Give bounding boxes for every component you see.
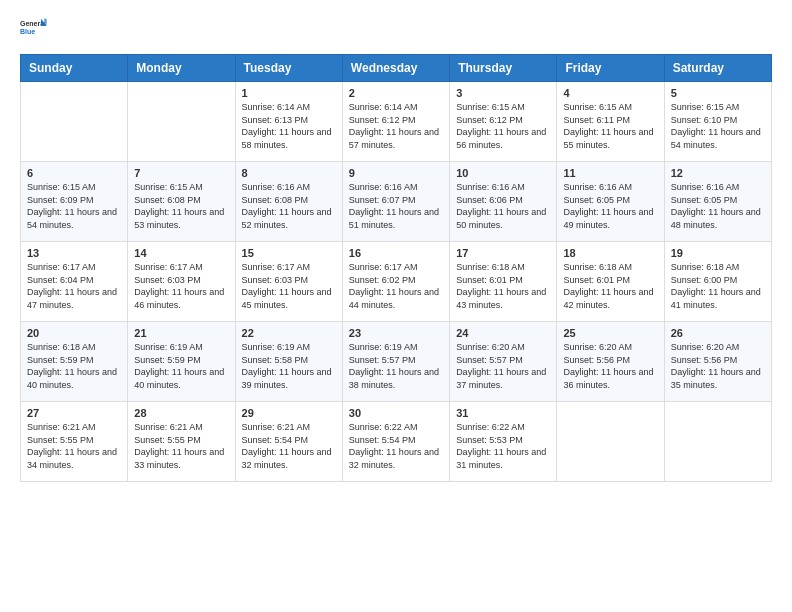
weekday-header: Tuesday [235, 55, 342, 82]
day-number: 9 [349, 167, 443, 179]
day-info: Sunrise: 6:19 AM Sunset: 5:59 PM Dayligh… [134, 341, 228, 391]
day-info: Sunrise: 6:22 AM Sunset: 5:54 PM Dayligh… [349, 421, 443, 471]
weekday-header: Saturday [664, 55, 771, 82]
calendar-day-cell: 31Sunrise: 6:22 AM Sunset: 5:53 PM Dayli… [450, 402, 557, 482]
day-number: 21 [134, 327, 228, 339]
calendar-day-cell: 20Sunrise: 6:18 AM Sunset: 5:59 PM Dayli… [21, 322, 128, 402]
calendar-day-cell: 14Sunrise: 6:17 AM Sunset: 6:03 PM Dayli… [128, 242, 235, 322]
calendar-week-row: 13Sunrise: 6:17 AM Sunset: 6:04 PM Dayli… [21, 242, 772, 322]
day-info: Sunrise: 6:15 AM Sunset: 6:12 PM Dayligh… [456, 101, 550, 151]
calendar-day-cell: 18Sunrise: 6:18 AM Sunset: 6:01 PM Dayli… [557, 242, 664, 322]
day-info: Sunrise: 6:17 AM Sunset: 6:04 PM Dayligh… [27, 261, 121, 311]
day-info: Sunrise: 6:17 AM Sunset: 6:02 PM Dayligh… [349, 261, 443, 311]
logo: GeneralBlue [20, 16, 48, 44]
day-info: Sunrise: 6:17 AM Sunset: 6:03 PM Dayligh… [134, 261, 228, 311]
calendar-day-cell: 19Sunrise: 6:18 AM Sunset: 6:00 PM Dayli… [664, 242, 771, 322]
day-info: Sunrise: 6:19 AM Sunset: 5:57 PM Dayligh… [349, 341, 443, 391]
calendar-day-cell: 7Sunrise: 6:15 AM Sunset: 6:08 PM Daylig… [128, 162, 235, 242]
day-info: Sunrise: 6:21 AM Sunset: 5:55 PM Dayligh… [134, 421, 228, 471]
day-info: Sunrise: 6:17 AM Sunset: 6:03 PM Dayligh… [242, 261, 336, 311]
calendar-day-cell: 30Sunrise: 6:22 AM Sunset: 5:54 PM Dayli… [342, 402, 449, 482]
day-number: 11 [563, 167, 657, 179]
day-number: 6 [27, 167, 121, 179]
day-number: 17 [456, 247, 550, 259]
weekday-header: Wednesday [342, 55, 449, 82]
calendar-day-cell: 23Sunrise: 6:19 AM Sunset: 5:57 PM Dayli… [342, 322, 449, 402]
day-info: Sunrise: 6:18 AM Sunset: 5:59 PM Dayligh… [27, 341, 121, 391]
day-number: 8 [242, 167, 336, 179]
day-info: Sunrise: 6:21 AM Sunset: 5:54 PM Dayligh… [242, 421, 336, 471]
calendar-day-cell [21, 82, 128, 162]
calendar-day-cell: 15Sunrise: 6:17 AM Sunset: 6:03 PM Dayli… [235, 242, 342, 322]
page-header: GeneralBlue [20, 16, 772, 44]
calendar-day-cell: 28Sunrise: 6:21 AM Sunset: 5:55 PM Dayli… [128, 402, 235, 482]
day-number: 29 [242, 407, 336, 419]
calendar-week-row: 20Sunrise: 6:18 AM Sunset: 5:59 PM Dayli… [21, 322, 772, 402]
day-info: Sunrise: 6:16 AM Sunset: 6:05 PM Dayligh… [563, 181, 657, 231]
logo-icon: GeneralBlue [20, 16, 48, 44]
day-number: 19 [671, 247, 765, 259]
calendar-day-cell [664, 402, 771, 482]
calendar-day-cell: 17Sunrise: 6:18 AM Sunset: 6:01 PM Dayli… [450, 242, 557, 322]
weekday-header: Monday [128, 55, 235, 82]
calendar-day-cell: 26Sunrise: 6:20 AM Sunset: 5:56 PM Dayli… [664, 322, 771, 402]
calendar-day-cell: 6Sunrise: 6:15 AM Sunset: 6:09 PM Daylig… [21, 162, 128, 242]
day-info: Sunrise: 6:21 AM Sunset: 5:55 PM Dayligh… [27, 421, 121, 471]
day-info: Sunrise: 6:19 AM Sunset: 5:58 PM Dayligh… [242, 341, 336, 391]
calendar-week-row: 1Sunrise: 6:14 AM Sunset: 6:13 PM Daylig… [21, 82, 772, 162]
day-info: Sunrise: 6:16 AM Sunset: 6:07 PM Dayligh… [349, 181, 443, 231]
day-number: 7 [134, 167, 228, 179]
day-number: 15 [242, 247, 336, 259]
day-info: Sunrise: 6:15 AM Sunset: 6:09 PM Dayligh… [27, 181, 121, 231]
svg-text:Blue: Blue [20, 28, 35, 35]
day-info: Sunrise: 6:15 AM Sunset: 6:11 PM Dayligh… [563, 101, 657, 151]
day-info: Sunrise: 6:18 AM Sunset: 6:01 PM Dayligh… [456, 261, 550, 311]
calendar-day-cell: 21Sunrise: 6:19 AM Sunset: 5:59 PM Dayli… [128, 322, 235, 402]
calendar-day-cell: 11Sunrise: 6:16 AM Sunset: 6:05 PM Dayli… [557, 162, 664, 242]
day-number: 23 [349, 327, 443, 339]
day-info: Sunrise: 6:16 AM Sunset: 6:08 PM Dayligh… [242, 181, 336, 231]
day-info: Sunrise: 6:20 AM Sunset: 5:57 PM Dayligh… [456, 341, 550, 391]
day-info: Sunrise: 6:20 AM Sunset: 5:56 PM Dayligh… [563, 341, 657, 391]
calendar-day-cell: 4Sunrise: 6:15 AM Sunset: 6:11 PM Daylig… [557, 82, 664, 162]
day-number: 25 [563, 327, 657, 339]
calendar-day-cell: 9Sunrise: 6:16 AM Sunset: 6:07 PM Daylig… [342, 162, 449, 242]
day-info: Sunrise: 6:18 AM Sunset: 6:01 PM Dayligh… [563, 261, 657, 311]
day-number: 3 [456, 87, 550, 99]
day-info: Sunrise: 6:20 AM Sunset: 5:56 PM Dayligh… [671, 341, 765, 391]
calendar-day-cell: 12Sunrise: 6:16 AM Sunset: 6:05 PM Dayli… [664, 162, 771, 242]
day-number: 22 [242, 327, 336, 339]
day-number: 14 [134, 247, 228, 259]
calendar-day-cell: 29Sunrise: 6:21 AM Sunset: 5:54 PM Dayli… [235, 402, 342, 482]
calendar-day-cell: 27Sunrise: 6:21 AM Sunset: 5:55 PM Dayli… [21, 402, 128, 482]
day-number: 10 [456, 167, 550, 179]
calendar-day-cell: 25Sunrise: 6:20 AM Sunset: 5:56 PM Dayli… [557, 322, 664, 402]
day-info: Sunrise: 6:14 AM Sunset: 6:12 PM Dayligh… [349, 101, 443, 151]
calendar-day-cell [128, 82, 235, 162]
calendar-day-cell: 1Sunrise: 6:14 AM Sunset: 6:13 PM Daylig… [235, 82, 342, 162]
calendar-day-cell: 13Sunrise: 6:17 AM Sunset: 6:04 PM Dayli… [21, 242, 128, 322]
day-number: 26 [671, 327, 765, 339]
day-info: Sunrise: 6:16 AM Sunset: 6:05 PM Dayligh… [671, 181, 765, 231]
day-number: 28 [134, 407, 228, 419]
day-number: 16 [349, 247, 443, 259]
calendar-header-row: SundayMondayTuesdayWednesdayThursdayFrid… [21, 55, 772, 82]
weekday-header: Sunday [21, 55, 128, 82]
calendar-day-cell [557, 402, 664, 482]
calendar-week-row: 6Sunrise: 6:15 AM Sunset: 6:09 PM Daylig… [21, 162, 772, 242]
calendar-day-cell: 24Sunrise: 6:20 AM Sunset: 5:57 PM Dayli… [450, 322, 557, 402]
calendar-day-cell: 8Sunrise: 6:16 AM Sunset: 6:08 PM Daylig… [235, 162, 342, 242]
calendar-day-cell: 2Sunrise: 6:14 AM Sunset: 6:12 PM Daylig… [342, 82, 449, 162]
day-number: 2 [349, 87, 443, 99]
calendar-day-cell: 22Sunrise: 6:19 AM Sunset: 5:58 PM Dayli… [235, 322, 342, 402]
weekday-header: Friday [557, 55, 664, 82]
calendar-day-cell: 5Sunrise: 6:15 AM Sunset: 6:10 PM Daylig… [664, 82, 771, 162]
calendar-day-cell: 16Sunrise: 6:17 AM Sunset: 6:02 PM Dayli… [342, 242, 449, 322]
calendar-table: SundayMondayTuesdayWednesdayThursdayFrid… [20, 54, 772, 482]
day-number: 20 [27, 327, 121, 339]
day-info: Sunrise: 6:18 AM Sunset: 6:00 PM Dayligh… [671, 261, 765, 311]
day-number: 24 [456, 327, 550, 339]
day-info: Sunrise: 6:15 AM Sunset: 6:10 PM Dayligh… [671, 101, 765, 151]
day-info: Sunrise: 6:15 AM Sunset: 6:08 PM Dayligh… [134, 181, 228, 231]
day-number: 13 [27, 247, 121, 259]
